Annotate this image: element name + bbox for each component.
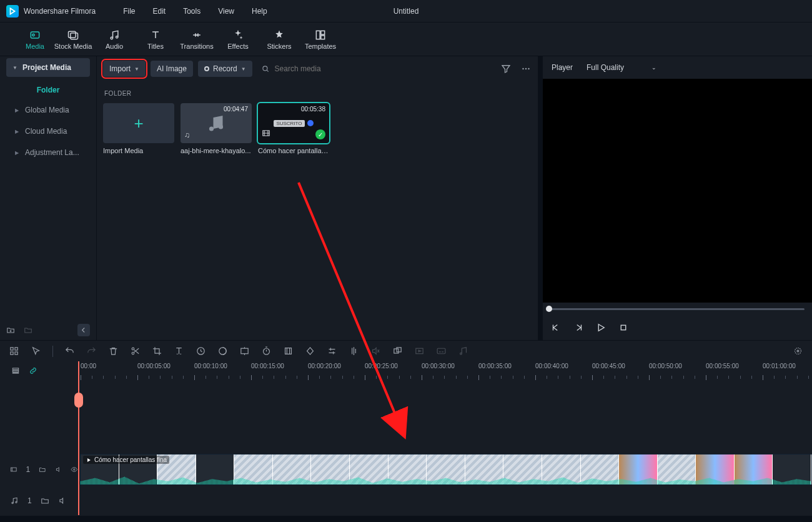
record-button[interactable]: Record ▼ — [198, 61, 252, 77]
new-folder-icon[interactable] — [6, 326, 15, 334]
check-icon: ✓ — [315, 129, 325, 139]
tab-effects[interactable]: Effects — [217, 23, 259, 56]
more-icon[interactable] — [520, 63, 532, 74]
svg-rect-2 — [69, 31, 76, 38]
marker-icon[interactable] — [283, 346, 294, 356]
filter-icon[interactable] — [500, 63, 512, 74]
sidebar-item-cloud-media[interactable]: ▶ Cloud Media — [0, 121, 96, 142]
import-media-card[interactable]: + Import Media — [103, 103, 174, 154]
chevron-right-icon: ▶ — [15, 150, 19, 156]
audio-track-header[interactable]: 1 — [0, 485, 78, 516]
title-bar: Wondershare Filmora File Edit Tools View… — [0, 0, 812, 23]
tab-stickers[interactable]: Stickers — [259, 23, 300, 56]
sidebar-item-global-media[interactable]: ▶ Global Media — [0, 99, 96, 121]
delete-icon[interactable] — [108, 346, 119, 356]
detach-audio-icon[interactable] — [370, 346, 381, 356]
menu-tools[interactable]: Tools — [183, 7, 201, 16]
audio-mixer-icon[interactable] — [349, 346, 359, 356]
mute-icon[interactable] — [58, 496, 67, 505]
project-media-header[interactable]: ▼ Project Media — [6, 58, 90, 77]
media-card-video[interactable]: 00:05:38 SUSCRITO ✓ Cómo hacer pantallas… — [258, 103, 329, 154]
tab-templates[interactable]: Templates — [300, 23, 341, 56]
import-button[interactable]: Import ▼ — [103, 61, 146, 77]
mute-icon[interactable] — [55, 465, 62, 474]
project-sidebar: ▼ Project Media Folder ▶ Global Media ▶ … — [0, 56, 97, 340]
quality-selector[interactable]: Full Quality ⌄ — [587, 63, 656, 72]
grid-icon[interactable] — [9, 346, 19, 356]
folder-track-icon[interactable] — [41, 496, 49, 505]
scrub-knob[interactable] — [546, 306, 552, 312]
svg-rect-37 — [11, 468, 16, 471]
tab-audio[interactable]: Audio — [94, 23, 135, 56]
stop-icon[interactable] — [618, 322, 629, 333]
tab-titles[interactable]: Titles — [135, 23, 176, 56]
crop-icon[interactable] — [152, 346, 162, 356]
search-icon — [261, 64, 270, 73]
playhead[interactable] — [78, 361, 79, 515]
screenshot-icon[interactable] — [239, 346, 250, 356]
sidebar-item-label: Global Media — [25, 106, 69, 114]
sidebar-item-adjustment-layer[interactable]: ▶ Adjustment La... — [0, 142, 96, 163]
settings-timeline-icon[interactable] — [793, 346, 803, 356]
subtitles-icon[interactable] — [436, 346, 447, 356]
tab-audio-label: Audio — [106, 43, 123, 50]
play-icon[interactable] — [595, 322, 607, 333]
menu-file[interactable]: File — [123, 7, 135, 16]
video-track-header[interactable]: 1 — [0, 454, 78, 485]
color-icon[interactable] — [217, 346, 228, 356]
folder-track-icon[interactable] — [39, 465, 46, 474]
eye-icon[interactable] — [71, 465, 78, 474]
speed-icon[interactable] — [196, 346, 206, 356]
menu-edit[interactable]: Edit — [153, 7, 166, 16]
video-track-number: 1 — [26, 465, 31, 474]
menu-view[interactable]: View — [218, 7, 234, 16]
svg-point-4 — [111, 37, 112, 39]
media-card-audio[interactable]: 00:04:47 ♫ aaj-bhi-mere-khayalo... — [181, 103, 252, 154]
svg-point-1 — [32, 34, 34, 36]
ai-image-label: AI Image — [157, 64, 187, 73]
app-logo-icon — [6, 5, 19, 18]
timeline-video-clip[interactable]: Cómo hacer pantallas fina — [80, 454, 812, 485]
preview-scrubber[interactable] — [543, 303, 812, 315]
record-label: Record — [213, 64, 237, 73]
collapse-sidebar-button[interactable] — [77, 324, 90, 336]
render-icon[interactable] — [414, 346, 425, 356]
tab-media[interactable]: Media — [17, 23, 52, 56]
track-manager-icon[interactable] — [11, 366, 20, 375]
link-icon[interactable] — [29, 366, 37, 375]
folder-section-label: FOLDER — [104, 90, 530, 97]
cut-icon[interactable] — [130, 346, 141, 356]
search-media[interactable] — [257, 64, 495, 73]
folder-icon[interactable] — [24, 326, 32, 334]
ruler-tick: 00:00:55:00 — [706, 363, 739, 369]
svg-rect-6 — [316, 31, 320, 39]
svg-point-26 — [264, 348, 270, 354]
redo-icon[interactable] — [86, 346, 97, 356]
tab-transitions[interactable]: Transitions — [176, 23, 217, 56]
menu-help[interactable]: Help — [252, 7, 267, 16]
prev-frame-icon[interactable] — [550, 322, 562, 333]
like-icon — [307, 120, 314, 126]
keyframe-icon[interactable] — [305, 346, 315, 356]
tab-stock-media[interactable]: Stock Media — [52, 23, 94, 56]
pointer-icon[interactable] — [31, 346, 41, 356]
duration-label: 00:05:38 — [301, 106, 325, 113]
svg-rect-35 — [12, 370, 18, 371]
beat-icon[interactable] — [458, 346, 468, 356]
timeline-ruler[interactable]: 00:0000:00:05:0000:00:10:0000:00:15:0000… — [0, 361, 812, 380]
chevron-down-icon: ▼ — [12, 65, 17, 71]
playhead-grip[interactable] — [74, 393, 83, 408]
ai-image-button[interactable]: AI Image — [151, 61, 193, 77]
adjust-icon[interactable] — [327, 346, 337, 356]
group-icon[interactable] — [392, 346, 403, 356]
next-frame-icon[interactable] — [573, 322, 584, 333]
undo-icon[interactable] — [64, 346, 75, 356]
text-icon[interactable] — [174, 346, 184, 356]
preview-canvas[interactable] — [543, 79, 812, 303]
media-panel: Import ▼ AI Image Record ▼ FOLDER — [97, 56, 538, 340]
search-input[interactable] — [275, 64, 387, 73]
menu-bar: File Edit Tools View Help — [114, 7, 276, 16]
card-caption: Cómo hacer pantallas ... — [258, 147, 329, 154]
sidebar-folder[interactable]: Folder — [0, 81, 96, 99]
timer-icon[interactable] — [261, 346, 272, 356]
